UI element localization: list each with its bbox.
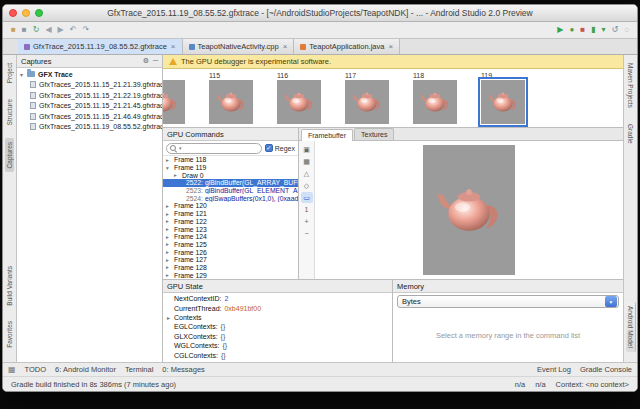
- sync-icon[interactable]: ↻: [33, 26, 40, 34]
- close-tab-icon[interactable]: ×: [283, 42, 288, 51]
- expand-arrow-icon[interactable]: ▸: [166, 218, 172, 224]
- toolwindow-button[interactable]: Terminal: [125, 365, 153, 374]
- zoom-out-icon[interactable]: −: [301, 228, 313, 239]
- command-tree-row[interactable]: 2524: eglSwapBuffers(0x1,0), (0xaadfec0,…: [163, 194, 298, 202]
- back-icon[interactable]: ◀: [45, 26, 51, 34]
- expand-arrow-icon[interactable]: ▸: [166, 249, 172, 255]
- expand-arrow-icon[interactable]: ▸: [166, 272, 172, 278]
- frame-thumbnail[interactable]: [413, 80, 457, 124]
- framebuffer-tab[interactable]: Framebuffer: [301, 129, 353, 141]
- state-tree-row[interactable]: NextContextID: 2: [163, 294, 392, 303]
- command-tree-row[interactable]: ▾ Frame 119: [163, 164, 298, 172]
- toolwindow-switcher-icon[interactable]: ▦: [8, 365, 16, 374]
- toolwindow-tab[interactable]: Android Model: [626, 302, 636, 352]
- frame-thumbnail[interactable]: [481, 80, 525, 124]
- redo-icon[interactable]: ↷: [82, 26, 89, 34]
- frame-thumbnail-cell[interactable]: 115: [209, 71, 253, 127]
- command-tree-row[interactable]: ▸ Frame 118: [163, 156, 298, 164]
- stop-icon[interactable]: ■: [580, 26, 585, 34]
- command-tree-row[interactable]: ▸ Frame 127: [163, 256, 298, 264]
- avd-manager-icon[interactable]: ▮: [591, 26, 595, 34]
- toolwindow-button[interactable]: 0: Messages: [162, 365, 205, 374]
- toolwindow-tab[interactable]: Captures: [5, 138, 14, 172]
- close-tab-icon[interactable]: ×: [388, 42, 393, 51]
- depth-buffer-icon[interactable]: ▦: [301, 156, 313, 167]
- editor-tab[interactable]: TeapotApplication.java ×: [294, 39, 400, 54]
- capture-item[interactable]: GfxTraces_2015.11.15_21.21.45.gfxtrace: [17, 101, 162, 112]
- toolwindow-button[interactable]: 6: Android Monitor: [55, 365, 116, 374]
- expand-arrow-icon[interactable]: ▸: [166, 264, 172, 270]
- status-message[interactable]: Gradle build finished in 8s 386ms (7 min…: [11, 380, 176, 389]
- open-icon[interactable]: ■: [11, 26, 16, 34]
- frame-thumbnail-cell[interactable]: 117: [345, 71, 389, 127]
- captures-root-node[interactable]: ▾ GFX Trace: [17, 69, 162, 80]
- frame-thumbnail[interactable]: [345, 80, 389, 124]
- toolwindow-tab[interactable]: Maven Projects: [626, 59, 635, 112]
- regex-checkbox[interactable]: ✓: [265, 144, 273, 152]
- status-widget[interactable]: Context: <no context>: [556, 380, 629, 389]
- command-tree-row[interactable]: ▸ Frame 125: [163, 241, 298, 249]
- minimize-window-button[interactable]: [22, 9, 30, 17]
- forward-icon[interactable]: ▶: [58, 26, 64, 34]
- close-tab-icon[interactable]: ×: [171, 42, 176, 51]
- toolwindow-tab[interactable]: Favorites: [5, 317, 14, 352]
- zoom-window-button[interactable]: [35, 9, 43, 17]
- gradle-sync-icon[interactable]: ↺: [612, 26, 619, 34]
- command-tree-row[interactable]: ▸ Frame 129: [163, 271, 298, 279]
- close-window-button[interactable]: [9, 9, 17, 17]
- sdk-manager-icon[interactable]: ▾: [602, 26, 606, 34]
- frame-thumbnail-cell[interactable]: [163, 71, 185, 127]
- command-tree-row[interactable]: ▸ Frame 124: [163, 233, 298, 241]
- command-tree-row[interactable]: ▸ Frame 121: [163, 210, 298, 218]
- expand-arrow-icon[interactable]: ▾: [166, 165, 172, 171]
- regex-toggle[interactable]: ✓ Regex: [265, 144, 295, 152]
- state-tree-row[interactable]: EGLContexts: {}: [163, 322, 392, 331]
- expand-arrow-icon[interactable]: ▸: [166, 226, 172, 232]
- color-buffer-icon[interactable]: ▣: [301, 144, 313, 155]
- command-tree-row[interactable]: 2522: glBindBuffer(GL_ARRAY_BUFFER, 0): [163, 179, 298, 187]
- search-history-arrow-icon[interactable]: ▾: [179, 145, 182, 151]
- status-widget[interactable]: n/a: [515, 380, 525, 389]
- state-tree-row[interactable]: ▸ Contexts: [163, 313, 392, 322]
- zoom-actual-icon[interactable]: 1: [301, 204, 313, 215]
- expand-arrow-icon[interactable]: ▸: [167, 314, 174, 321]
- wireframe-icon[interactable]: △: [301, 168, 313, 179]
- toolwindow-tab[interactable]: Gradle: [626, 120, 635, 148]
- gear-icon[interactable]: ⚙: [143, 57, 149, 65]
- toolwindow-button[interactable]: Event Log: [537, 365, 571, 374]
- command-tree-row[interactable]: ▸ Frame 120: [163, 202, 298, 210]
- expand-arrow-icon[interactable]: ▸: [166, 241, 172, 247]
- capture-item[interactable]: GfxTraces_2015.11.19_08.55.52.gfxtrace: [17, 122, 162, 133]
- capture-item[interactable]: GfxTraces_2015.11.15_21.21.39.gfxtrace: [17, 80, 162, 91]
- command-tree-row[interactable]: 2523: glBindBuffer(GL_ELEMENT_ARRAY_BUF: [163, 187, 298, 195]
- frame-thumbnail[interactable]: [163, 80, 185, 124]
- toolwindow-tab[interactable]: Project: [5, 59, 14, 87]
- editor-tab[interactable]: TeapotNativeActivity.cpp ×: [183, 39, 295, 54]
- toolwindow-tab[interactable]: Structure: [5, 95, 14, 129]
- run-icon[interactable]: ▶: [557, 26, 563, 34]
- command-tree-row[interactable]: ▸ Frame 128: [163, 264, 298, 272]
- zoom-in-icon[interactable]: +: [301, 216, 313, 227]
- undo-icon[interactable]: ↶: [70, 26, 77, 34]
- state-tree-row[interactable]: CurrentThread: 0xb491bf00: [163, 303, 392, 312]
- memory-range-type-dropdown[interactable]: Bytes ▾: [397, 295, 619, 308]
- expand-arrow-icon[interactable]: ▾: [20, 71, 27, 78]
- command-tree-row[interactable]: ▸ Frame 123: [163, 225, 298, 233]
- framebuffer-tab[interactable]: Textures: [354, 128, 394, 140]
- frame-thumbnail-cell[interactable]: 116: [277, 71, 321, 127]
- zoom-fit-icon[interactable]: ▭: [301, 192, 313, 203]
- command-tree-row[interactable]: ▸ Frame 126: [163, 248, 298, 256]
- status-widget[interactable]: n/a: [535, 380, 545, 389]
- state-tree-row[interactable]: CGLContexts: {}: [163, 350, 392, 359]
- debug-icon[interactable]: ●: [569, 26, 574, 34]
- editor-tab[interactable]: GfxTrace_2015.11.19_08.55.52.gfxtrace ×: [18, 39, 183, 54]
- backface-icon[interactable]: ◇: [301, 180, 313, 191]
- frame-thumbnail[interactable]: [209, 80, 253, 124]
- expand-arrow-icon[interactable]: ▸: [166, 234, 172, 240]
- expand-arrow-icon[interactable]: ▸: [166, 203, 172, 209]
- hide-panel-icon[interactable]: ─: [153, 57, 158, 65]
- capture-item[interactable]: GfxTraces_2015.11.15_21.22.19.gfxtrace: [17, 90, 162, 101]
- state-tree-row[interactable]: GLXContexts: {}: [163, 332, 392, 341]
- save-all-icon[interactable]: ■: [22, 26, 27, 34]
- expand-arrow-icon[interactable]: ▸: [166, 157, 172, 163]
